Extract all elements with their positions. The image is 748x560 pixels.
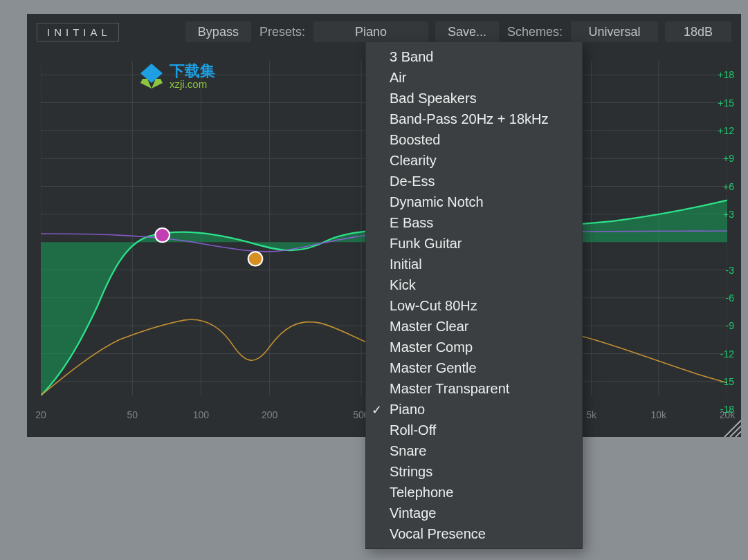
preset-option-label: Master Comp [390,339,473,355]
preset-option[interactable]: Dynamic Notch [366,192,582,212]
preset-option[interactable]: Master Comp [366,337,582,357]
preset-option[interactable]: Master Transparent [366,378,582,399]
preset-option[interactable]: Master Gentle [366,357,582,378]
svg-line-26 [736,431,741,437]
preset-option-label: Kick [390,277,416,293]
preset-option[interactable]: Master Clear [366,316,582,337]
preset-dropdown[interactable]: 3 BandAirBad SpeakersBand-Pass 20Hz + 18… [365,41,583,549]
y-tick: +9 [706,153,734,164]
y-tick: -12 [706,348,734,360]
preset-option-label: Roll-Off [390,422,436,438]
preset-option-label: Air [390,70,406,86]
preset-option-label: Piano [390,402,425,418]
svg-line-25 [730,426,741,437]
preset-option[interactable]: Telephone [366,482,582,503]
y-tick: +6 [706,181,734,192]
y-tick: +3 [706,209,734,220]
preset-option-label: Strings [390,464,432,480]
save-button[interactable]: Save... [435,21,499,42]
preset-option[interactable]: Roll-Off [366,420,582,440]
y-tick: +12 [706,125,734,136]
y-tick: +15 [706,97,734,109]
x-tick: 200 [262,409,277,420]
preset-option-label: Master Clear [390,319,468,335]
preset-option[interactable]: De-Ess [366,171,582,192]
preset-option[interactable]: 3 Band [366,46,582,67]
preset-option[interactable]: Air [366,67,582,88]
y-tick: -9 [706,320,734,331]
preset-option[interactable]: Boosted [366,129,582,150]
preset-option[interactable]: Low-Cut 80Hz [366,295,582,316]
preset-option-label: Low-Cut 80Hz [390,298,477,314]
y-tick: -3 [706,265,734,276]
check-icon: ✓ [372,402,382,418]
range-select[interactable]: 18dB [665,21,731,42]
preset-option-label: Vocal Presence [390,526,486,542]
x-tick: 100 [193,409,209,420]
x-tick: 5k [586,409,596,420]
preset-option-label: Clearity [390,153,437,169]
preset-option[interactable]: Band-Pass 20Hz + 18kHz [366,109,582,129]
bypass-button[interactable]: Bypass [185,21,251,42]
preset-option[interactable]: Strings [366,461,582,482]
preset-option-label: Master Gentle [390,360,477,376]
preset-option-label: Master Transparent [390,381,509,397]
band-handle-pink[interactable] [155,228,170,242]
y-tick: -6 [706,292,734,304]
y-tick: +18 [706,69,734,80]
preset-option-label: Vintage [390,505,436,521]
brand-logo: INITIAL [37,23,119,41]
schemes-label: Schemes: [506,25,564,39]
preset-option[interactable]: Funk Guitar [366,233,582,254]
x-tick: 20 [35,409,46,420]
preset-option[interactable]: Initial [366,254,582,274]
preset-option[interactable]: Bad Speakers [366,88,582,109]
preset-option-label: Initial [390,256,422,272]
preset-option[interactable]: Vocal Presence [366,523,582,544]
preset-option-label: E Bass [390,215,433,231]
preset-option-label: 3 Band [390,49,433,65]
x-tick: 50 [127,409,138,420]
preset-select[interactable]: Piano [313,21,428,42]
y-tick: -18 [706,404,734,415]
watermark: 下载集 xzji.com [138,62,215,90]
preset-option-label: Boosted [390,132,440,148]
preset-option-label: Band-Pass 20Hz + 18kHz [390,111,549,127]
preset-option-label: Funk Guitar [390,236,462,252]
preset-option-label: Snare [390,443,426,459]
preset-option-label: Telephone [390,485,453,501]
y-tick: -15 [706,376,734,387]
preset-option[interactable]: E Bass [366,212,582,233]
watermark-icon [138,62,165,90]
preset-option[interactable]: Clearity [366,150,582,171]
watermark-cn: 下载集 [170,64,215,79]
preset-option[interactable]: ✓Piano [366,399,582,420]
band-handle-orange[interactable] [248,252,263,265]
presets-label: Presets: [258,25,307,39]
preset-option-label: Dynamic Notch [390,194,484,210]
preset-option[interactable]: Kick [366,274,582,295]
resize-handle[interactable] [720,416,741,437]
watermark-en: xzji.com [170,79,215,89]
preset-option-label: De-Ess [390,174,435,189]
x-tick: 10k [651,409,667,420]
preset-option-label: Bad Speakers [390,91,477,106]
preset-option[interactable]: Vintage [366,503,582,523]
scheme-select[interactable]: Universal [571,21,658,42]
preset-option[interactable]: Snare [366,440,582,461]
